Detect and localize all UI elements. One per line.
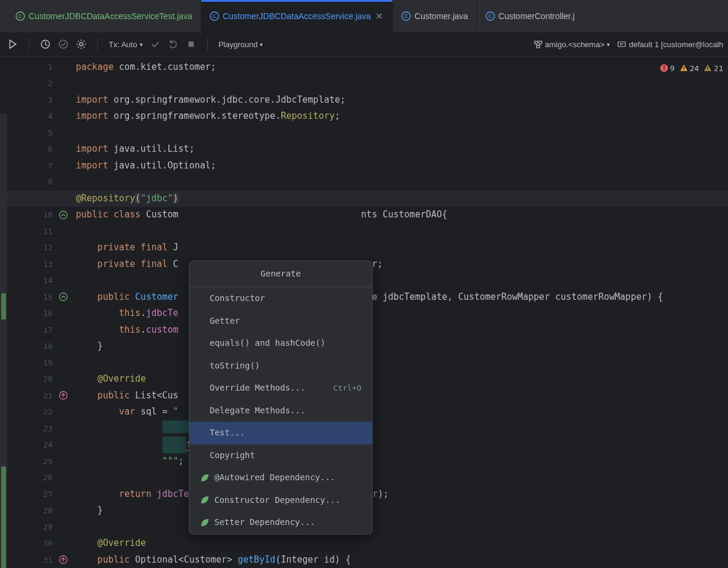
popup-item-label: equals() and hashCode() [210, 335, 325, 352]
explain-icon[interactable] [58, 39, 69, 50]
session-dropdown[interactable]: default 1 [customer@localh [617, 39, 723, 49]
code-line [72, 469, 728, 486]
settings-icon[interactable] [76, 39, 87, 50]
popup-item-getter[interactable]: Getter [189, 310, 372, 333]
separator [207, 38, 208, 51]
line-number[interactable]: 12 [0, 240, 72, 256]
implements-icon[interactable] [59, 555, 68, 564]
popup-item-setter-dep[interactable]: Setter Dependency... [189, 511, 372, 534]
line-number[interactable]: 31 [0, 552, 72, 569]
code-line: private final J [72, 240, 728, 256]
datasource-label: amigo.<schema> [545, 40, 605, 49]
line-number[interactable]: 21 [0, 388, 72, 404]
code-line [72, 174, 728, 191]
tab-customer-file[interactable]: C Customer.java [393, 0, 477, 32]
popup-item-label: Constructor Dependency... [214, 492, 340, 509]
line-number[interactable]: 5 [0, 125, 72, 142]
stop-icon[interactable] [186, 39, 196, 50]
generate-popup: Generate Constructor Getter equals() and… [189, 260, 373, 535]
code-line: """; [72, 453, 728, 470]
code-line: var sql = " [72, 404, 728, 420]
popup-item-delegate[interactable]: Delegate Methods... [189, 400, 372, 422]
code-area[interactable]: package com.kiet.customer; import org.sp… [72, 57, 728, 569]
line-number[interactable]: 23 [0, 420, 72, 437]
tab-test-file[interactable]: C CustomerJDBCDataAccessServiceTest.java [7, 0, 201, 32]
bean-icon[interactable] [59, 292, 68, 302]
code-line: @Repository("jdbc") [72, 191, 728, 207]
popup-item-constructor[interactable]: Constructor [189, 287, 372, 310]
line-number[interactable]: 16 [0, 305, 72, 322]
line-number[interactable]: 24 [0, 437, 72, 453]
line-number[interactable]: 26 [0, 469, 72, 486]
svg-rect-12 [535, 41, 537, 44]
separator [97, 38, 98, 51]
line-number[interactable]: 1 [0, 59, 72, 76]
popup-item-constructor-dep[interactable]: Constructor Dependency... [189, 489, 372, 512]
toolbar-left: Tx: Auto▾ Playground▾ [7, 38, 263, 51]
code-line [72, 272, 728, 289]
popup-item-override[interactable]: Override Methods...Ctrl+O [189, 377, 372, 400]
code-line [72, 125, 728, 142]
svg-point-9 [59, 41, 67, 49]
toolbar: Tx: Auto▾ Playground▾ amigo.<schema>▾ de… [0, 33, 728, 56]
line-number[interactable]: 20 [0, 371, 72, 388]
rollback-icon[interactable] [168, 39, 179, 50]
tx-mode-dropdown[interactable]: Tx: Auto▾ [109, 40, 143, 49]
line-number[interactable]: 25 [0, 453, 72, 470]
playground-dropdown[interactable]: Playground▾ [219, 40, 263, 49]
popup-item-tostring[interactable]: toString() [189, 355, 372, 377]
popup-item-equals[interactable]: equals() and hashCode() [189, 332, 372, 355]
line-number[interactable]: 10 [0, 207, 72, 223]
line-number[interactable]: 11 [0, 223, 72, 240]
line-number[interactable]: 4 [0, 108, 72, 125]
svg-rect-11 [188, 42, 193, 47]
popup-item-label: Override Methods... [210, 380, 305, 397]
popup-item-copyright[interactable]: Copyright [189, 444, 372, 467]
popup-item-test[interactable]: Test... [189, 422, 372, 444]
tab-service-file[interactable]: C CustomerJDBCDataAccessService.java [201, 0, 393, 32]
error-mark [1, 293, 6, 320]
code-line [72, 420, 728, 437]
line-number[interactable]: 27 [0, 486, 72, 503]
svg-rect-14 [536, 45, 539, 48]
code-line: } [72, 338, 728, 355]
chevron-down-icon: ▾ [260, 41, 263, 48]
svg-point-23 [60, 211, 67, 219]
run-icon[interactable] [7, 39, 18, 50]
playground-label: Playground [219, 40, 258, 49]
line-number[interactable]: 18 [0, 338, 72, 355]
line-number[interactable]: 15 [0, 289, 72, 306]
separator [29, 38, 29, 51]
line-number[interactable]: 28 [0, 502, 72, 519]
code-line [72, 75, 728, 92]
code-line: import org.springframework.stereotype.Re… [72, 108, 728, 125]
line-number[interactable]: 7 [0, 158, 72, 174]
code-line: this.jdbcTe [72, 305, 728, 322]
datasource-dropdown[interactable]: amigo.<schema>▾ [533, 39, 610, 49]
tab-controller-file[interactable]: C CustomerController.j [477, 0, 583, 32]
svg-rect-15 [618, 42, 625, 47]
svg-text:C: C [488, 13, 492, 19]
line-number[interactable]: 8 [0, 174, 72, 191]
line-number[interactable]: 30 [0, 535, 72, 552]
line-number[interactable]: 17 [0, 322, 72, 339]
line-number[interactable]: 13 [0, 256, 72, 273]
line-number[interactable]: 14 [0, 272, 72, 289]
line-number[interactable]: 6 [0, 141, 72, 158]
session-icon [617, 39, 626, 49]
popup-item-autowired[interactable]: @Autowired Dependency... [189, 466, 372, 489]
history-icon[interactable] [40, 39, 51, 50]
line-number[interactable]: 22 [0, 404, 72, 420]
line-number[interactable]: 2 [0, 75, 72, 92]
popup-item-label: Copyright [210, 447, 255, 464]
implements-icon[interactable] [59, 391, 68, 400]
line-number[interactable]: 29 [0, 519, 72, 536]
line-number[interactable]: 19 [0, 355, 72, 371]
editor[interactable]: 9 24 21 1 2 3 4 5 6 7 8 9 10 11 12 13 14… [0, 57, 728, 569]
left-strip [0, 0, 7, 32]
bean-icon[interactable] [59, 210, 68, 220]
line-number[interactable]: 3 [0, 92, 72, 109]
commit-icon[interactable] [150, 39, 161, 50]
gutter[interactable]: 1 2 3 4 5 6 7 8 9 10 11 12 13 14 15 16 1… [0, 57, 72, 569]
close-icon[interactable] [374, 11, 384, 21]
